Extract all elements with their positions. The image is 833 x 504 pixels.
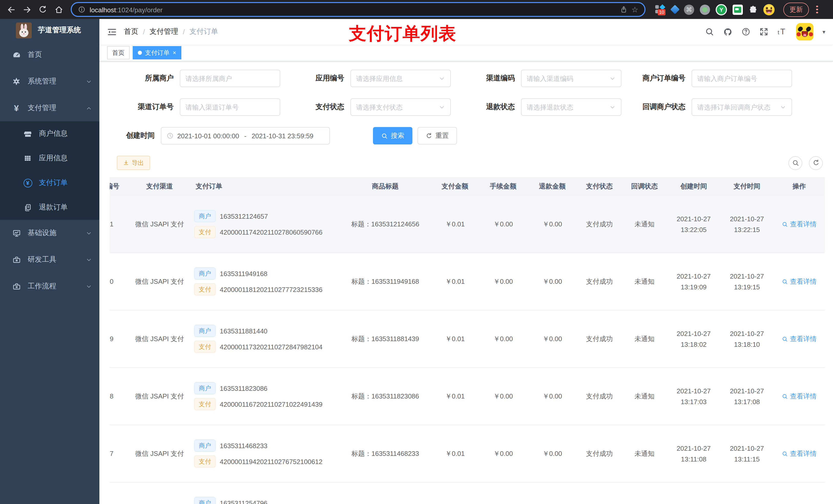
sidebar-item-dev-tools[interactable]: 研发工具 [0,246,99,273]
col-id: 编号 [110,182,125,191]
cell-id: 18 [110,392,125,400]
ext-recorder-icon[interactable] [700,4,710,15]
chevron-down-icon[interactable] [438,104,445,111]
date-start[interactable]: 2021-10-01 00:00:00 [177,132,239,140]
ext-y-icon[interactable]: Y [716,4,727,15]
col-title: 商品标题 [339,182,431,191]
ext-chat-icon[interactable] [733,4,743,15]
sidebar-item-payment[interactable]: ¥ 支付管理 [0,95,99,121]
orders-table: 编号 支付渠道 支付订单 商品标题 支付金额 手续金额 退款金额 支付状态 回调… [110,177,825,504]
sidebar-item-merchant-info[interactable]: 商户信息 [0,121,99,146]
view-detail-link[interactable]: 查看详情 [782,449,817,458]
github-icon[interactable] [723,27,733,37]
merchant-select [180,70,280,87]
refresh-table-button[interactable] [809,156,823,170]
help-icon[interactable] [742,27,751,37]
search-button[interactable]: 搜索 [373,127,412,144]
view-detail-link[interactable]: 查看详情 [782,277,817,286]
merchant-order-no-input[interactable] [697,74,786,82]
sidebar-collapse-icon[interactable] [107,27,117,37]
cell-notify: 未通知 [622,449,667,458]
pay-status-input[interactable] [356,103,436,111]
ext-emoji-icon[interactable] [763,4,775,15]
reset-button[interactable]: 重置 [418,127,457,144]
notify-status-input[interactable] [697,103,778,111]
cell-actions: 查看详情 [774,449,825,458]
magnifier-icon [782,451,788,457]
browser-back-button[interactable] [4,3,18,16]
tab-pay-order[interactable]: 支付订单 × [133,46,181,59]
chevron-down-icon[interactable] [609,75,616,82]
sidebar-item-pay-order[interactable]: ¥ 支付订单 [0,171,99,195]
grid-icon [23,154,32,162]
ext-badge: 10 [658,9,665,15]
share-icon[interactable] [620,6,627,13]
sidebar-item-refund-order[interactable]: 退款订单 [0,195,99,220]
channel-order-no-input[interactable] [186,103,275,111]
breadcrumb-payment[interactable]: 支付管理 [149,27,178,37]
browser-home-button[interactable] [52,3,66,16]
tab-close-icon[interactable]: × [173,49,176,56]
sidebar-item-system[interactable]: 系统管理 [0,68,99,95]
tab-active-dot [138,51,142,55]
view-detail-link[interactable]: 查看详情 [782,391,817,401]
ext-blocks-icon[interactable]: 10 [655,3,666,16]
pay-order-no: 4200001173202110272847982104 [220,343,323,351]
sidebar-item-app-info[interactable]: 应用信息 [0,146,99,171]
col-order: 支付订单 [194,182,339,191]
briefcase-icon [12,282,21,291]
extensions-puzzle-icon[interactable] [748,5,758,14]
table-row: 20 微信 JSAPI 支付 商户 1635311949168 支付 [110,253,825,310]
channel-code-select [521,70,621,87]
pay-status-select [351,98,451,116]
bookmark-star-icon[interactable]: ☆ [632,6,638,13]
cell-actions: 查看详情 [774,334,825,343]
search-icon [381,133,388,139]
cell-paid: 2021-10-2713:17:08 [720,385,774,407]
yen-circle-icon: ¥ [23,178,32,187]
sidebar-item-workflow[interactable]: 工作流程 [0,273,99,299]
search-icon[interactable] [705,27,714,37]
merchant-input[interactable] [186,74,275,82]
cell-id: 17 [110,450,125,457]
fullscreen-icon[interactable] [760,27,769,37]
view-detail-link[interactable]: 查看详情 [782,219,817,229]
tab-home[interactable]: 首页 [107,46,129,59]
chevron-down-icon[interactable] [780,104,786,111]
logo-rabbit-image [16,22,32,38]
sidebar-item-infra[interactable]: 基础设施 [0,220,99,246]
cell-created: 2021-10-2713:18:02 [667,328,720,350]
col-amount: 支付金额 [431,182,478,191]
site-info-icon[interactable] [78,6,86,13]
view-detail-link[interactable]: 查看详情 [782,334,817,343]
filter-refund-status: 退款状态 [451,98,621,116]
chrome-update-button[interactable]: 更新 [783,2,809,17]
toggle-search-button[interactable] [788,156,802,170]
breadcrumb-home[interactable]: 首页 [124,27,138,37]
date-range-picker[interactable]: 2021-10-01 00:00:00 - 2021-10-31 23:59:5… [161,127,330,144]
breadcrumb: 首页 / 支付管理 / 支付订单 [124,27,218,37]
date-end[interactable]: 2021-10-31 23:59:59 [252,132,313,140]
caret-down-icon[interactable]: ▾ [823,28,825,35]
pay-tag: 支付 [194,341,216,353]
cell-paid: 2021-10-2713:19:15 [720,271,774,292]
url-bar[interactable]: localhost:1024/pay/order ☆ [71,2,645,17]
browser-menu-icon[interactable] [816,6,818,14]
chevron-down-icon[interactable] [609,104,616,111]
app-id-input[interactable] [356,74,436,82]
refund-status-input[interactable] [527,103,607,111]
ext-kite-icon[interactable] [670,5,680,14]
channel-code-input[interactable] [527,74,607,82]
cell-refund: ￥0.00 [528,334,577,343]
browser-forward-button[interactable] [20,3,34,16]
chevron-down-icon[interactable] [438,75,445,82]
ext-command-icon[interactable]: ⌘ [684,4,694,15]
table-toolbar: 导出 [110,156,825,170]
browser-reload-button[interactable] [36,3,50,16]
table-row: 21 微信 JSAPI 支付 商户 1635312124657 支付 [110,196,825,253]
font-size-icon[interactable] [778,27,788,37]
cell-actions: 查看详情 [774,277,825,286]
avatar[interactable] [796,23,814,41]
sidebar-item-home[interactable]: 首页 [0,42,99,68]
export-button[interactable]: 导出 [117,156,150,170]
